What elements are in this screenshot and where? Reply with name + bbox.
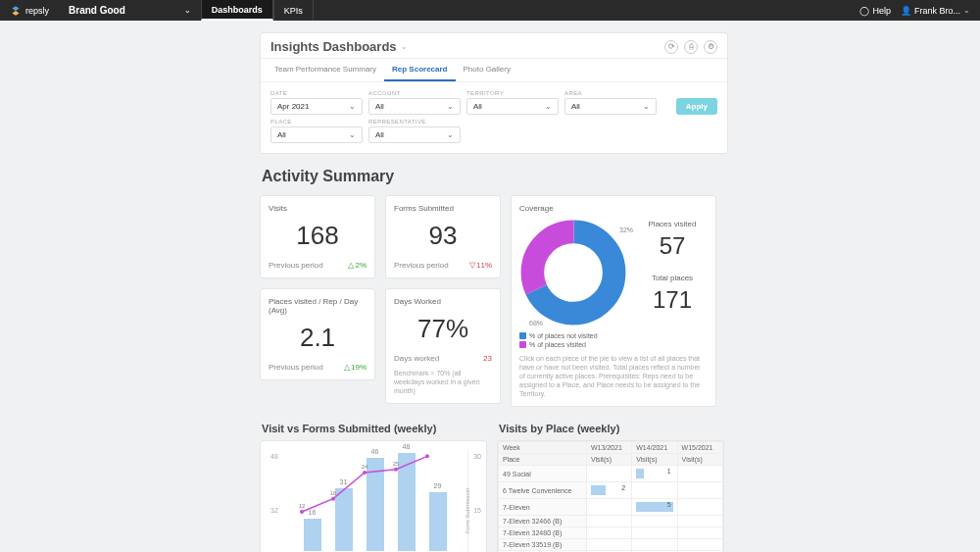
territory-filter[interactable]: All⌄: [466, 98, 559, 115]
donut-label-visited: 32%: [619, 226, 633, 233]
representative-filter[interactable]: All⌄: [368, 126, 461, 143]
coverage-donut[interactable]: 32% 68%: [519, 219, 627, 326]
y-axis-left: 48 32 16: [270, 453, 278, 552]
refresh-icon[interactable]: ⟳: [664, 40, 678, 54]
chart-visit-forms: 48 32 16 30 15 0 Form Submission 1631464…: [260, 440, 487, 552]
filter-label: TERRITORY: [466, 90, 559, 96]
user-menu[interactable]: 👤 Frank Bro... ⌄: [901, 6, 970, 16]
card-title: Coverage: [519, 204, 708, 213]
chart-title-visit-forms: Visit vs Forms Submitted (weekly): [262, 423, 487, 434]
help-icon: ◯: [859, 6, 869, 16]
th-week: Week: [499, 442, 587, 454]
prev-label: Previous period: [269, 363, 323, 372]
logo-text: repsly: [25, 6, 49, 16]
brand-selector[interactable]: Brand Good ⌄: [59, 5, 201, 16]
places-visited-value: 57: [649, 232, 697, 260]
days-foot-label: Days worked: [394, 354, 439, 363]
bar[interactable]: 16: [304, 519, 321, 551]
filter-label: AREA: [564, 90, 657, 96]
place-name[interactable]: 7-Eleven: [499, 499, 587, 516]
chart-title-visits-place: Visits by Place (weekly): [499, 423, 724, 434]
table-row: 7-Eleven 32466 (B): [499, 516, 723, 527]
top-nav: Dashboards KPIs: [201, 0, 314, 21]
settings-icon[interactable]: ⚙: [704, 40, 717, 54]
filters-row: DATE Apr 2021⌄ ACCOUNT All⌄ TERRITORY Al…: [261, 82, 727, 119]
card-visits: Visits 168 Previous period △2%: [260, 195, 375, 278]
places-visited-label: Places visited: [649, 220, 697, 228]
area-filter[interactable]: All⌄: [564, 98, 657, 115]
top-right: ◯ Help 👤 Frank Bro... ⌄: [859, 6, 980, 16]
logo-icon: [10, 5, 22, 17]
bar-label: 48: [403, 443, 411, 450]
th-sub: Visit(s): [677, 454, 722, 466]
card-coverage: Coverage 32% 68% Places visited 57: [511, 195, 716, 407]
chevron-down-icon[interactable]: ⌄: [401, 42, 408, 51]
help-link[interactable]: ◯ Help: [859, 6, 891, 16]
th-place: Place: [499, 454, 587, 466]
prev-label: Previous period: [394, 261, 449, 270]
account-filter[interactable]: All⌄: [368, 98, 461, 115]
table-row: 6 Twelve Convenience2: [499, 482, 723, 499]
y-axis-right: 30 15 0: [473, 453, 481, 552]
nav-kpis[interactable]: KPIs: [273, 0, 314, 21]
coverage-legend: % of places not visited % of places visi…: [519, 332, 708, 348]
th-sub: Visit(s): [586, 454, 631, 466]
avg-value: 2.1: [269, 323, 367, 353]
bar[interactable]: 31: [335, 488, 353, 552]
tab-photo-gallery[interactable]: Photo Gallery: [456, 59, 518, 81]
filter-label: ACCOUNT: [368, 90, 461, 96]
y2-axis-label: Form Submission: [466, 488, 471, 534]
bar[interactable]: 48: [398, 453, 416, 551]
filter-label: DATE: [270, 90, 363, 96]
chevron-down-icon: ⌄: [184, 6, 191, 15]
apply-button[interactable]: Apply: [676, 98, 717, 115]
place-name[interactable]: 49 Social: [499, 466, 587, 482]
top-bar: repsly Brand Good ⌄ Dashboards KPIs ◯ He…: [0, 0, 980, 21]
filter-label: REPRESENTATIVE: [368, 119, 461, 125]
place-name[interactable]: 7-Eleven 32466 (B): [499, 516, 587, 527]
coverage-note: Click on each piece of the pie to view a…: [519, 354, 708, 398]
bar-label: 16: [309, 509, 317, 516]
delta-up: △19%: [344, 363, 367, 372]
print-icon[interactable]: ⎙: [684, 40, 698, 54]
place-name[interactable]: 7-Eleven 32480 (B): [499, 527, 587, 539]
th-col[interactable]: W13/2021: [586, 442, 631, 454]
card-days-worked: Days Worked 77% Days worked 23 Benchmark…: [385, 288, 501, 404]
place-name[interactable]: 7-Eleven 33519 (B): [499, 539, 587, 551]
chevron-down-icon: ⌄: [963, 6, 970, 15]
logo: repsly: [0, 5, 59, 17]
bar-label: 31: [340, 478, 348, 485]
table-row: 7-Eleven 33519 (B): [499, 539, 723, 551]
prev-label: Previous period: [269, 261, 323, 270]
th-col[interactable]: W14/2021: [632, 442, 677, 454]
panel-tabs: Team Performance Summary Rep Scorecard P…: [261, 58, 727, 82]
days-value: 77%: [394, 314, 492, 344]
days-count: 23: [483, 354, 492, 363]
card-avg-places: Places visited / Rep / Day (Avg) 2.1 Pre…: [260, 288, 375, 380]
bar-label: 46: [371, 448, 379, 455]
tab-rep-scorecard[interactable]: Rep Scorecard: [384, 59, 455, 81]
swatch-not-visited: [519, 332, 526, 339]
user-icon: 👤: [901, 6, 911, 16]
table-row: 7-Eleven5: [499, 499, 723, 516]
place-filter[interactable]: All⌄: [270, 126, 363, 143]
tab-team-performance[interactable]: Team Performance Summary: [267, 59, 384, 81]
th-sub: Visit(s): [632, 454, 677, 466]
date-filter[interactable]: Apr 2021⌄: [270, 98, 363, 115]
place-name[interactable]: 6 Twelve Convenience: [499, 482, 587, 499]
card-title: Forms Submitted: [394, 204, 492, 213]
bar-label: 29: [434, 482, 442, 489]
card-title: Visits: [269, 204, 367, 213]
benchmark-note: Benchmark = 70% (all weekdays worked in …: [394, 369, 492, 395]
brand-label: Brand Good: [69, 5, 125, 16]
bar[interactable]: 46: [367, 458, 384, 552]
total-places-value: 171: [652, 286, 693, 314]
table-row: 49 Social1: [499, 466, 723, 482]
delta-up: △2%: [348, 261, 367, 270]
card-forms: Forms Submitted 93 Previous period ▽11%: [385, 195, 501, 278]
swatch-visited: [519, 341, 526, 348]
nav-dashboards[interactable]: Dashboards: [201, 0, 273, 21]
bar[interactable]: 29: [429, 492, 447, 551]
dashboard-panel: Insights Dashboards ⌄ ⟳ ⎙ ⚙ Team Perform…: [260, 32, 728, 154]
th-col[interactable]: W15/2021: [677, 442, 722, 454]
